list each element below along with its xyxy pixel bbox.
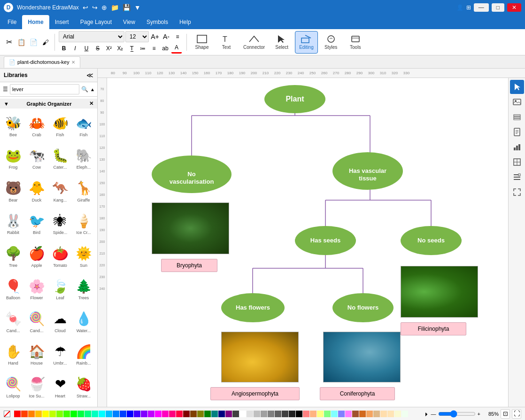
- close-btn[interactable]: ✕: [507, 3, 521, 12]
- library-icon-balloon[interactable]: 🎈 Balloon: [2, 275, 24, 307]
- bold-btn[interactable]: B: [59, 43, 69, 54]
- zoom-plus-btn[interactable]: +: [478, 411, 480, 417]
- color-swatch[interactable]: [49, 411, 56, 417]
- color-swatch[interactable]: [148, 411, 154, 417]
- library-icon-tree[interactable]: 🌳 Tree: [2, 243, 24, 274]
- cut-btn[interactable]: ✂: [4, 37, 14, 47]
- color-swatch[interactable]: [310, 411, 317, 417]
- search-icon[interactable]: 🔍: [81, 86, 88, 93]
- library-icon-bird[interactable]: 🐦 Bird: [25, 210, 48, 241]
- right-btn-document[interactable]: [510, 125, 524, 139]
- library-icon-leaf[interactable]: 🍃 Leaf: [49, 275, 71, 307]
- color-swatch[interactable]: [42, 411, 49, 417]
- document-tab[interactable]: 📄 plant-dichotomous-key ✕: [4, 56, 80, 68]
- font-decrease-btn[interactable]: A-: [161, 31, 171, 42]
- zoom-slider[interactable]: [438, 410, 476, 418]
- node-no-vasc[interactable]: No vascularisation: [152, 156, 232, 193]
- label-coniferophyta[interactable]: Coniferophyta: [320, 387, 395, 400]
- color-swatch[interactable]: [63, 411, 70, 417]
- font-size-select[interactable]: 12: [125, 31, 149, 42]
- library-icon-duck[interactable]: 🐥 Duck: [25, 178, 48, 209]
- color-swatch[interactable]: [85, 411, 91, 417]
- library-icon-crab[interactable]: 🦀 Crab: [25, 112, 48, 144]
- color-swatch[interactable]: [282, 411, 288, 417]
- zoom-play-btn[interactable]: ⏵: [424, 411, 429, 417]
- library-icon-fish[interactable]: 🐟 Fish: [72, 112, 95, 144]
- right-btn-properties[interactable]: [510, 170, 524, 184]
- color-swatch[interactable]: [21, 411, 28, 417]
- menu-page-layout[interactable]: Page Layout: [75, 15, 117, 29]
- color-swatch[interactable]: [183, 411, 190, 417]
- library-icon-trees[interactable]: 🌲 Trees: [72, 275, 95, 307]
- menu-home[interactable]: Home: [22, 15, 49, 29]
- styles-btn[interactable]: Styles: [320, 31, 342, 54]
- color-swatch[interactable]: [338, 411, 345, 417]
- grid-btn[interactable]: ⊞: [466, 4, 471, 11]
- library-icon-eleph[interactable]: 🐘 Eleph...: [72, 145, 95, 176]
- library-icon-kang[interactable]: 🦘 Kang...: [49, 178, 71, 209]
- library-icon-cow[interactable]: 🐄 Cow: [25, 145, 48, 176]
- case-btn[interactable]: ab: [160, 43, 170, 54]
- fit-page-btn[interactable]: ⊡: [501, 409, 510, 419]
- color-swatch[interactable]: [394, 411, 401, 417]
- node-has-flowers[interactable]: Has flowers: [221, 293, 285, 322]
- color-swatch[interactable]: [28, 411, 35, 417]
- menu-help[interactable]: Help: [174, 15, 197, 29]
- library-icon-cloud[interactable]: ☁ Cloud: [49, 308, 71, 340]
- color-swatch[interactable]: [225, 411, 232, 417]
- menu-symbols[interactable]: Symbols: [141, 15, 174, 29]
- library-icon-hand[interactable]: ✋ Hand: [2, 341, 24, 372]
- section-title[interactable]: ▼ Graphic Organizer ✕: [0, 99, 97, 109]
- color-swatch[interactable]: [373, 411, 380, 417]
- right-btn-fullscreen[interactable]: [510, 185, 524, 199]
- library-icon-cater[interactable]: 🐛 Cater...: [49, 145, 71, 176]
- color-swatch[interactable]: [106, 411, 112, 417]
- library-icon-sun[interactable]: 🌞 Sun: [72, 243, 95, 274]
- superscript-btn[interactable]: X²: [104, 43, 114, 54]
- color-swatch[interactable]: [204, 411, 211, 417]
- color-swatch[interactable]: [190, 411, 197, 417]
- bullet-btn[interactable]: ≡: [149, 43, 159, 54]
- fern-image[interactable]: [401, 266, 478, 318]
- node-has-seeds[interactable]: Has seeds: [295, 226, 356, 255]
- color-swatch[interactable]: [120, 411, 126, 417]
- tab-close-btn[interactable]: ✕: [71, 60, 75, 65]
- copy-btn[interactable]: 📋: [16, 37, 26, 47]
- scroll-up-btn[interactable]: ▲: [90, 87, 95, 92]
- paste-btn[interactable]: 📄: [28, 37, 39, 47]
- color-swatch[interactable]: [324, 411, 331, 417]
- color-swatch[interactable]: [296, 411, 302, 417]
- color-swatch[interactable]: [366, 411, 373, 417]
- library-icon-cand[interactable]: 🍬 Cand...: [2, 308, 24, 340]
- right-btn-table[interactable]: [510, 155, 524, 169]
- library-icon-flower[interactable]: 🌸 Flower: [25, 275, 48, 307]
- community-btn[interactable]: 👤: [456, 4, 463, 11]
- color-swatch[interactable]: [331, 411, 338, 417]
- color-btn[interactable]: A: [171, 43, 182, 54]
- select-btn[interactable]: Select: [270, 31, 293, 54]
- color-swatch[interactable]: [345, 411, 352, 417]
- bryophyta-image[interactable]: [152, 202, 229, 254]
- library-icon-rabbit[interactable]: 🐰 Rabbit: [2, 210, 24, 241]
- label-angiospermophyta[interactable]: Angiospermophyta: [210, 387, 300, 400]
- editing-btn[interactable]: Editing: [295, 31, 318, 54]
- color-swatch[interactable]: [268, 411, 274, 417]
- libraries-collapse-btn[interactable]: ≪: [86, 71, 93, 79]
- undo-btn[interactable]: ↩: [83, 4, 88, 11]
- italic-btn[interactable]: I: [70, 43, 80, 54]
- zoom-minus-btn[interactable]: —: [431, 411, 436, 417]
- format2-btn[interactable]: T̲: [126, 43, 137, 54]
- label-filicinophyta[interactable]: Filicinophyta: [401, 322, 466, 335]
- color-swatch[interactable]: [401, 411, 408, 417]
- library-icon-icecr[interactable]: 🍦 Ice Cr...: [72, 210, 95, 241]
- color-swatch[interactable]: [317, 411, 324, 417]
- flower-image[interactable]: [221, 332, 299, 382]
- library-icon-tomato[interactable]: 🍅 Tomato: [49, 243, 71, 274]
- menu-view[interactable]: View: [117, 15, 141, 29]
- color-swatch[interactable]: [218, 411, 225, 417]
- node-has-vasc[interactable]: Has vascular tissue: [332, 152, 403, 190]
- tools-btn[interactable]: Tools: [344, 31, 367, 54]
- color-swatch[interactable]: [254, 411, 260, 417]
- fullscreen-btn[interactable]: ⛶: [512, 409, 521, 419]
- color-swatch[interactable]: [380, 411, 387, 417]
